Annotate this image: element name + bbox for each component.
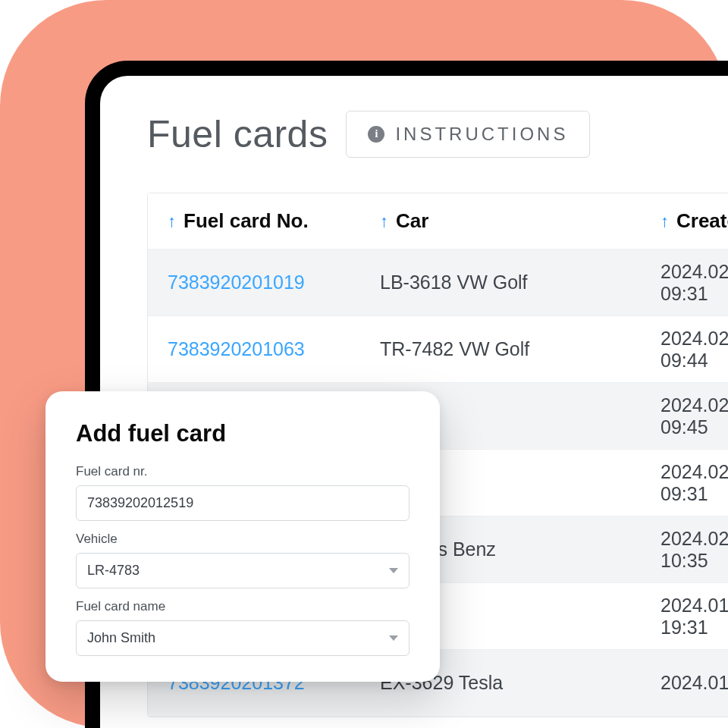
cell-car: LB-3618 VW Golf [380, 271, 661, 293]
cell-card-no[interactable]: 7383920201019 [168, 271, 380, 293]
field-vehicle: Vehicle LR-4783 [76, 532, 410, 588]
column-header-created[interactable]: ↑ Created [661, 209, 728, 233]
vehicle-select-value: LR-4783 [87, 563, 140, 579]
field-label: Fuel card nr. [76, 464, 410, 479]
column-header-label: Created [676, 209, 728, 233]
name-select-value: John Smith [87, 630, 155, 646]
cell-created: 2024.02.01 10:35 [661, 528, 728, 572]
card-nr-input[interactable] [87, 495, 398, 511]
column-header-label: Fuel card No. [184, 209, 309, 233]
cell-created: 2024.02.21 09:44 [661, 328, 728, 372]
page-header: Fuel cards i INSTRUCTIONS [147, 111, 728, 158]
cell-car: TR-7482 VW Golf [380, 338, 661, 360]
info-icon: i [368, 126, 384, 143]
column-header-label: Car [396, 209, 428, 233]
name-select[interactable]: John Smith [76, 620, 410, 656]
cell-card-no[interactable]: 7383920201063 [168, 338, 380, 360]
field-label: Vehicle [76, 532, 410, 547]
cell-created: 2024.02.24 09:31 [661, 261, 728, 305]
instructions-label: INSTRUCTIONS [395, 124, 568, 145]
cell-created: 2024.02.11 09:31 [661, 461, 728, 505]
sort-asc-icon: ↑ [380, 213, 388, 230]
chevron-down-icon [389, 635, 398, 641]
chevron-down-icon [389, 568, 398, 573]
add-fuel-card-modal: Add fuel card Fuel card nr. Vehicle LR-4… [46, 391, 440, 682]
vehicle-select[interactable]: LR-4783 [76, 553, 410, 588]
field-label: Fuel card name [76, 599, 410, 614]
table-header-row: ↑ Fuel card No. ↑ Car ↑ Created [148, 193, 728, 249]
cell-created: 2024.02.19 09:45 [661, 394, 728, 438]
column-header-card-no[interactable]: ↑ Fuel card No. [168, 209, 380, 233]
page-title: Fuel cards [147, 112, 328, 156]
modal-title: Add fuel card [76, 420, 410, 447]
field-name: Fuel card name John Smith [76, 599, 410, 656]
sort-asc-icon: ↑ [168, 213, 176, 230]
table-row: 7383920201063 TR-7482 VW Golf 2024.02.21… [148, 316, 728, 383]
column-header-car[interactable]: ↑ Car [380, 209, 661, 233]
field-card-nr: Fuel card nr. [76, 464, 410, 521]
sort-asc-icon: ↑ [661, 213, 669, 230]
table-row: 7383920201019 LB-3618 VW Golf 2024.02.24… [148, 249, 728, 316]
card-nr-input-wrap [76, 485, 410, 521]
canvas: Fuel cards i INSTRUCTIONS ↑ Fuel card No… [0, 0, 728, 728]
cell-created: 2024.01.14 08: [661, 672, 728, 694]
cell-created: 2024.01.21 19:31 [661, 595, 728, 639]
instructions-button[interactable]: i INSTRUCTIONS [346, 111, 590, 158]
